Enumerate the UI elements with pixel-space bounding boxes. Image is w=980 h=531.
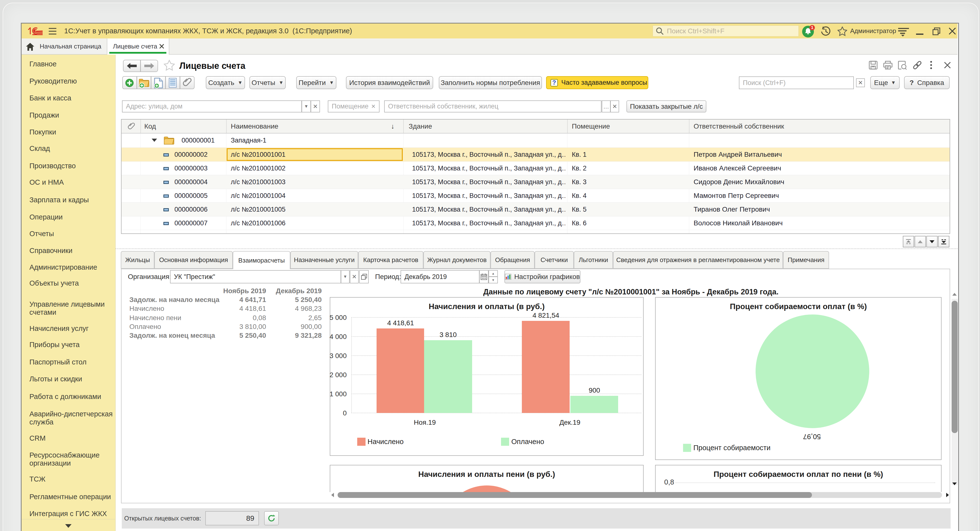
svg-text:1: 1 [811,25,813,30]
